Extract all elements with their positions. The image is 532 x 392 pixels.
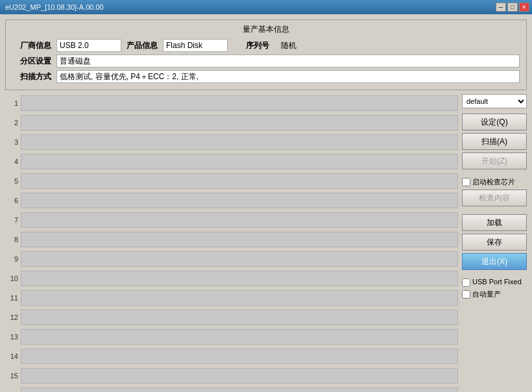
dropdown-row: default <box>462 94 527 108</box>
product-value: Flash Disk <box>166 41 202 50</box>
auto-mass-checkbox[interactable] <box>462 290 470 299</box>
load-button[interactable]: 加载 <box>462 214 527 231</box>
usb-port-checkbox[interactable] <box>462 278 470 287</box>
save-button[interactable]: 保存 <box>462 234 527 251</box>
list-row: 13 <box>5 328 458 346</box>
row-bar <box>21 193 458 208</box>
start-button[interactable]: 开始(Z) <box>462 153 527 169</box>
list-row: 10 <box>5 269 458 288</box>
check-content-button[interactable]: 检查内容 <box>462 190 527 206</box>
list-row: 3 <box>5 133 458 151</box>
row-bar <box>21 95 458 111</box>
list-row: 2 <box>5 114 458 132</box>
auto-chip-row: 启动检查芯片 <box>462 177 527 187</box>
row-bar <box>21 154 458 169</box>
row-bar <box>21 271 458 286</box>
auto-mass-row: 自动量产 <box>462 289 527 299</box>
title-bar: eU202_MP_[10.08.30]-A.00.00 ─ □ ✕ <box>0 0 532 14</box>
list-row: 4 <box>5 153 458 171</box>
serial-label: 序列号 <box>246 40 269 51</box>
set-button[interactable]: 设定(Q) <box>462 114 527 130</box>
row-number: 10 <box>5 275 18 282</box>
info-title: 量产基本信息 <box>12 24 520 35</box>
row-bar <box>21 173 458 189</box>
partition-label: 分区设置 <box>12 56 51 67</box>
list-row: 5 <box>5 172 458 190</box>
row-bar <box>21 368 458 384</box>
profile-dropdown[interactable]: default <box>462 94 527 108</box>
exit-button[interactable]: 退出(X) <box>462 253 527 270</box>
row-number: 4 <box>5 158 18 165</box>
right-panel: default 设定(Q) 扫描(A) 开始(Z) 启动检查芯片 检查内容 加载… <box>462 94 527 392</box>
info-row-1: 厂商信息 USB 2.0 产品信息 Flash Disk 序列号 随机 <box>12 39 520 52</box>
row-bar <box>21 212 458 228</box>
auto-chip-label: 启动检查芯片 <box>472 177 515 187</box>
list-row: 16 <box>5 386 458 392</box>
row-number: 13 <box>5 333 18 341</box>
row-number: 15 <box>5 372 18 380</box>
row-number: 9 <box>5 255 18 263</box>
row-bar <box>21 290 458 306</box>
row-bar <box>21 387 458 392</box>
row-number: 12 <box>5 313 18 321</box>
row-bar <box>21 134 458 150</box>
row-bar <box>21 329 458 345</box>
info-row-3: 扫描方式 低格测试, 容量优先, P4＋ECC：2, 正常, <box>12 70 520 83</box>
auto-chip-checkbox[interactable] <box>462 178 470 186</box>
list-row: 12 <box>5 308 458 326</box>
list-row: 14 <box>5 347 458 365</box>
close-button[interactable]: ✕ <box>519 3 529 12</box>
manufacturer-field: USB 2.0 <box>56 39 121 52</box>
product-field: Flash Disk <box>163 39 228 52</box>
list-row: 11 <box>5 289 458 307</box>
serial-value: 随机 <box>281 40 296 51</box>
row-bar <box>21 251 458 267</box>
list-row: 8 <box>5 230 458 249</box>
minimize-button[interactable]: ─ <box>496 3 506 12</box>
row-number: 11 <box>5 294 18 302</box>
row-bar <box>21 349 458 364</box>
row-bar <box>21 310 458 325</box>
window-title: eU202_MP_[10.08.30]-A.00.00 <box>3 3 496 11</box>
row-number: 14 <box>5 352 18 360</box>
row-number: 5 <box>5 177 18 185</box>
list-row: 9 <box>5 250 458 268</box>
usb-port-label: USB Port Fixed <box>472 278 522 286</box>
row-number: 3 <box>5 138 18 146</box>
scan-label: 扫描方式 <box>12 71 51 82</box>
partition-value: 普通磁盘 <box>60 56 91 67</box>
window-controls: ─ □ ✕ <box>496 3 529 12</box>
row-bar <box>21 232 458 247</box>
auto-mass-label: 自动量产 <box>472 289 501 299</box>
row-bar <box>21 115 458 130</box>
list-row: 1 <box>5 94 458 112</box>
scan-button[interactable]: 扫描(A) <box>462 133 527 150</box>
list-panel: 1 2 3 4 5 6 7 8 9 10 <box>5 94 458 392</box>
info-row-2: 分区设置 普通磁盘 <box>12 55 520 67</box>
info-section: 量产基本信息 厂商信息 USB 2.0 产品信息 Flash Disk 序列号 … <box>5 19 527 90</box>
row-number: 8 <box>5 236 18 243</box>
usb-port-row: USB Port Fixed <box>462 278 527 287</box>
row-number: 7 <box>5 216 18 224</box>
manufacturer-value: USB 2.0 <box>60 41 89 50</box>
scan-field: 低格测试, 容量优先, P4＋ECC：2, 正常, <box>56 70 520 83</box>
row-number: 6 <box>5 197 18 204</box>
partition-field: 普通磁盘 <box>56 55 520 67</box>
maximize-button[interactable]: □ <box>507 3 518 12</box>
manufacturer-label: 厂商信息 <box>12 40 51 51</box>
product-label: 产品信息 <box>127 40 158 51</box>
row-number: 1 <box>5 99 18 107</box>
content-area: 1 2 3 4 5 6 7 8 9 10 <box>5 94 527 392</box>
row-number: 2 <box>5 119 18 127</box>
list-row: 15 <box>5 367 458 385</box>
list-row: 6 <box>5 191 458 210</box>
list-row: 7 <box>5 211 458 229</box>
main-window: 量产基本信息 厂商信息 USB 2.0 产品信息 Flash Disk 序列号 … <box>0 14 532 392</box>
scan-value: 低格测试, 容量优先, P4＋ECC：2, 正常, <box>60 71 199 82</box>
